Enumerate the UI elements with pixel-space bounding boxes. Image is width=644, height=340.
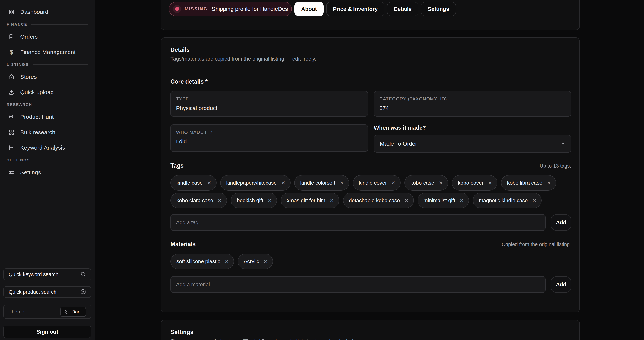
search-icon xyxy=(80,271,86,278)
details-card-header: Details Tags/materials are copied from t… xyxy=(161,38,580,69)
remove-tag-icon[interactable]: ✕ xyxy=(439,180,443,185)
type-field: TYPE Physical product xyxy=(170,91,368,117)
sidebar-item-keyword-analysis[interactable]: Keyword Analysis xyxy=(5,142,90,153)
remove-tag-icon[interactable]: ✕ xyxy=(268,198,272,203)
tag-chip-label: kobo cover xyxy=(458,180,484,186)
tag-chip-label: kindle colorsoft xyxy=(300,180,335,186)
who-made-it-label: WHO MADE IT? xyxy=(176,130,362,135)
tags-header: Tags Up to 13 tags. xyxy=(170,162,571,169)
remove-tag-icon[interactable]: ✕ xyxy=(340,180,344,185)
package-icon xyxy=(80,289,86,295)
grid-icon xyxy=(8,129,14,135)
sidebar-item-label: Bulk research xyxy=(20,129,55,136)
sidebar-section-research: RESEARCH xyxy=(5,102,90,107)
sidebar-nav: DashboardFINANCEOrders$Finance Managemen… xyxy=(3,6,91,178)
tag-chip-minimalist-gift: minimalist gift✕ xyxy=(418,193,469,208)
when-made-select[interactable]: Made To Order xyxy=(374,135,571,153)
remove-tag-icon[interactable]: ✕ xyxy=(547,180,551,185)
tag-chip-kobo-libra-case: kobo libra case✕ xyxy=(501,175,556,191)
remove-tag-icon[interactable]: ✕ xyxy=(218,198,222,203)
remove-tag-icon[interactable]: ✕ xyxy=(404,198,408,203)
add-tag-button[interactable]: Add xyxy=(551,214,571,231)
who-made-it-value: I did xyxy=(176,138,362,145)
sidebar-item-stores[interactable]: Stores xyxy=(5,71,90,83)
tags-heading: Tags xyxy=(170,162,184,169)
material-chip-label: Acrylic xyxy=(244,258,259,264)
chart-line-icon xyxy=(8,145,14,151)
sidebar-section-label: RESEARCH xyxy=(7,103,32,107)
sidebar-section-listings: LISTINGS xyxy=(5,62,90,67)
tab-settings[interactable]: Settings xyxy=(421,2,456,16)
sidebar-item-quick-upload[interactable]: Quick upload xyxy=(5,87,90,98)
settings-card: Settings Choose one or multiple stores. … xyxy=(161,320,580,340)
add-material-button[interactable]: Add xyxy=(551,276,571,293)
sidebar-item-settings[interactable]: Settings xyxy=(5,167,90,178)
sidebar-item-label: Finance Management xyxy=(20,49,76,55)
add-tag-input[interactable] xyxy=(170,214,546,231)
remove-tag-icon[interactable]: ✕ xyxy=(488,180,492,185)
sidebar-item-label: Dashboard xyxy=(20,9,48,15)
tag-chip-label: kindlepaperwhitecase xyxy=(226,180,277,186)
dashboard-grid-icon xyxy=(8,9,14,15)
tag-chip-kindle-case: kindle case✕ xyxy=(170,175,216,191)
tag-chip-detachable-kobo-case: detachable kobo case✕ xyxy=(343,193,414,208)
quick-keyword-search[interactable]: Quick keyword search xyxy=(3,268,91,280)
remove-tag-icon[interactable]: ✕ xyxy=(330,198,334,203)
sidebar-section-label: SETTINGS xyxy=(7,158,30,162)
missing-status-label: MISSING xyxy=(185,6,208,12)
dollar-icon: $ xyxy=(8,49,14,56)
sidebar-item-bulk-research[interactable]: Bulk research xyxy=(5,127,90,138)
tags-list: kindle case✕kindlepaperwhitecase✕kindle … xyxy=(170,175,571,208)
sidebar-item-label: Quick upload xyxy=(20,89,54,95)
section-divider xyxy=(36,105,88,105)
tags-limit-note: Up to 13 tags. xyxy=(540,163,571,169)
category-field: CATEGORY (TAXONOMY_ID) 874 xyxy=(374,91,571,117)
material-chip-soft-silicone-plastic: soft silicone plastic✕ xyxy=(170,254,234,269)
who-made-it-field: WHO MADE IT? I did xyxy=(170,124,368,152)
sidebar-item-label: Orders xyxy=(20,34,38,40)
settings-title: Settings xyxy=(170,329,571,335)
missing-badge-text: Shipping profile for HandieDesig… xyxy=(212,6,288,12)
tag-chip-label: kobo clara case xyxy=(176,198,213,204)
tag-chip-label: detachable kobo case xyxy=(349,198,400,204)
sidebar-item-label: Keyword Analysis xyxy=(20,145,65,151)
house-icon xyxy=(8,74,14,80)
remove-tag-icon[interactable]: ✕ xyxy=(532,198,536,203)
remove-material-icon[interactable]: ✕ xyxy=(224,259,229,264)
remove-tag-icon[interactable]: ✕ xyxy=(281,180,285,185)
tab-details[interactable]: Details xyxy=(387,2,418,16)
type-label: TYPE xyxy=(176,96,362,102)
remove-tag-icon[interactable]: ✕ xyxy=(460,198,464,203)
tag-chip-kindle-colorsoft: kindle colorsoft✕ xyxy=(294,175,349,191)
sidebar-item-product-hunt[interactable]: Product Hunt xyxy=(5,111,90,123)
material-chip-label: soft silicone plastic xyxy=(176,258,220,264)
tab-about[interactable]: About xyxy=(294,2,324,16)
remove-tag-icon[interactable]: ✕ xyxy=(207,180,211,185)
theme-toggle[interactable]: Dark xyxy=(60,307,86,317)
add-material-input[interactable] xyxy=(170,276,546,293)
download-icon xyxy=(8,89,14,95)
quick-product-search[interactable]: Quick product search xyxy=(3,286,91,298)
theme-value: Dark xyxy=(72,309,82,315)
tag-chip-label: kindle case xyxy=(176,180,203,186)
core-details-row-1: TYPE Physical product CATEGORY (TAXONOMY… xyxy=(170,91,571,117)
remove-material-icon[interactable]: ✕ xyxy=(264,259,268,264)
material-chip-acrylic: Acrylic✕ xyxy=(238,254,273,269)
sidebar-item-dashboard[interactable]: Dashboard xyxy=(5,6,90,18)
details-subtitle: Tags/materials are copied from the origi… xyxy=(170,56,571,62)
sidebar-item-finance-management[interactable]: $Finance Management xyxy=(5,47,90,58)
type-value: Physical product xyxy=(176,105,362,111)
missing-shipping-profile-badge[interactable]: MISSING Shipping profile for HandieDesig… xyxy=(168,2,292,16)
materials-list: soft silicone plastic✕Acrylic✕ xyxy=(170,254,571,269)
sign-out-button[interactable]: Sign out xyxy=(3,325,91,338)
sidebar-item-orders[interactable]: Orders xyxy=(5,31,90,42)
tab-bar: AboutPrice & InventoryDetailsSettings xyxy=(294,2,456,16)
details-title: Details xyxy=(170,47,571,53)
add-material-row: Add xyxy=(170,276,571,293)
add-tag-row: Add xyxy=(170,214,571,231)
remove-tag-icon[interactable]: ✕ xyxy=(391,180,396,185)
quick-product-search-label: Quick product search xyxy=(8,289,80,295)
tag-chip-kindlepaperwhitecase: kindlepaperwhitecase✕ xyxy=(220,175,290,191)
quick-keyword-search-label: Quick keyword search xyxy=(8,272,80,277)
tab-price-inventory[interactable]: Price & Inventory xyxy=(326,2,384,16)
